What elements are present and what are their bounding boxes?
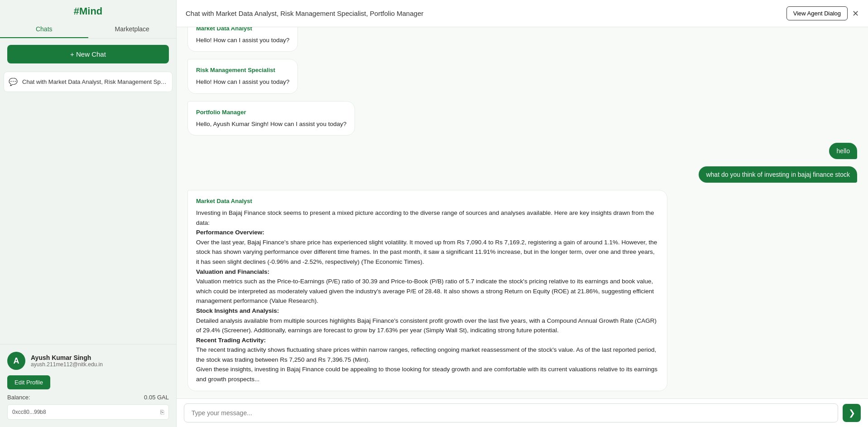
copy-icon[interactable]: ⎘ bbox=[160, 408, 164, 416]
balance-label: Balance: bbox=[7, 394, 30, 401]
agent-message-body: Hello! How can I assist you today? bbox=[196, 77, 289, 87]
chat-item-label: Chat with Market Data Analyst, Risk Mana… bbox=[22, 78, 168, 85]
agent-name: Market Data Analyst bbox=[196, 27, 289, 34]
user-info: A Ayush Kumar Singh ayush.211me112@nitk.… bbox=[7, 352, 169, 370]
balance-row: Balance: 0.05 GAL bbox=[7, 394, 169, 401]
chat-list: 💬 Chat with Market Data Analyst, Risk Ma… bbox=[0, 70, 176, 344]
user-name: Ayush Kumar Singh bbox=[31, 354, 103, 361]
new-chat-button[interactable]: + New Chat bbox=[7, 45, 169, 63]
chat-header: Chat with Market Data Analyst, Risk Mana… bbox=[177, 0, 868, 27]
messages-area: Market Data AnalystHello! How can I assi… bbox=[177, 27, 868, 398]
header-actions: View Agent Dialog ✕ bbox=[786, 6, 859, 20]
agent-name: Risk Management Specialist bbox=[196, 66, 289, 75]
list-item[interactable]: 💬 Chat with Market Data Analyst, Risk Ma… bbox=[4, 72, 173, 92]
agent-message-body: Investing in Bajaj Finance stock seems t… bbox=[196, 208, 659, 384]
user-details: Ayush Kumar Singh ayush.211me112@nitk.ed… bbox=[31, 354, 103, 368]
balance-value: 0.05 GAL bbox=[144, 394, 169, 401]
chat-title: Chat with Market Data Analyst, Risk Mana… bbox=[186, 10, 423, 17]
agent-message: Portfolio ManagerHello, Ayush Kumar Sing… bbox=[187, 101, 355, 136]
tab-marketplace[interactable]: Marketplace bbox=[88, 21, 177, 38]
user-message: hello bbox=[829, 143, 857, 159]
view-agent-dialog-button[interactable]: View Agent Dialog bbox=[786, 6, 848, 20]
user-message: what do you think of investing in bajaj … bbox=[699, 166, 857, 183]
agent-message: Market Data AnalystHello! How can I assi… bbox=[187, 27, 298, 52]
avatar: A bbox=[7, 352, 25, 370]
sidebar-tabs: Chats Marketplace bbox=[0, 21, 176, 39]
send-button[interactable]: ❯ bbox=[843, 404, 861, 422]
close-button[interactable]: ✕ bbox=[852, 9, 859, 19]
agent-message: Market Data AnalystInvesting in Bajaj Fi… bbox=[187, 190, 667, 391]
agent-message-body: Hello, Ayush Kumar Singh! How can I assi… bbox=[196, 119, 346, 129]
agent-name: Portfolio Manager bbox=[196, 108, 346, 117]
user-area: A Ayush Kumar Singh ayush.211me112@nitk.… bbox=[0, 344, 176, 427]
input-area: ❯ bbox=[177, 398, 868, 427]
agent-message-body: Hello! How can I assist you today? bbox=[196, 35, 289, 45]
agent-message: Risk Management SpecialistHello! How can… bbox=[187, 59, 298, 93]
main-chat: Chat with Market Data Analyst, Risk Mana… bbox=[177, 0, 868, 427]
message-input[interactable] bbox=[184, 403, 838, 422]
user-email: ayush.211me112@nitk.edu.in bbox=[31, 361, 103, 368]
edit-profile-button[interactable]: Edit Profile bbox=[7, 375, 50, 389]
sidebar: #Mind Chats Marketplace + New Chat 💬 Cha… bbox=[0, 0, 177, 427]
wallet-row: 0xcc80...99b8 ⎘ bbox=[7, 404, 169, 420]
app-logo: #Mind bbox=[0, 0, 176, 21]
agent-name: Market Data Analyst bbox=[196, 197, 659, 206]
chat-icon: 💬 bbox=[9, 78, 18, 86]
wallet-address: 0xcc80...99b8 bbox=[12, 409, 46, 415]
tab-chats[interactable]: Chats bbox=[0, 21, 88, 38]
